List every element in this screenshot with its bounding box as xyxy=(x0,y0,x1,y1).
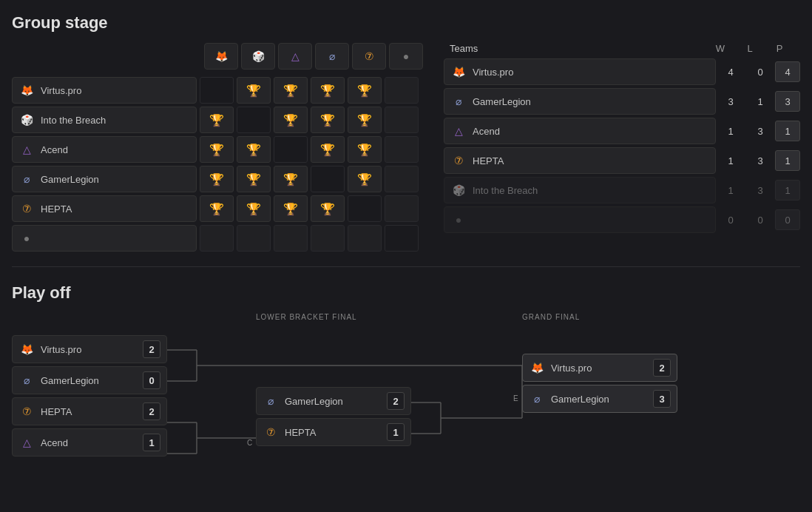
match-row: △ Acend 🏆🏆🏆🏆 xyxy=(12,136,426,163)
hepta-icon: ⑦ xyxy=(352,43,386,70)
bracket-score: 3 xyxy=(653,390,671,408)
standings-name-box-virtus.pro: 🦊 Virtus.pro xyxy=(444,58,716,85)
match-cell xyxy=(237,225,271,252)
unknown-icon-glyph: ● xyxy=(398,48,414,64)
lower-final-team: ⌀ GamerLegion 2 xyxy=(256,387,411,415)
right-panel: Teams W L P 🦊 Virtus.pro 404 ⌀ GamerLegi… xyxy=(444,43,800,252)
match-cell xyxy=(200,77,234,104)
bracket-score: 2 xyxy=(653,359,671,377)
match-cell: 🏆 xyxy=(200,136,234,163)
p-header: P xyxy=(765,43,794,54)
standings-row: ⑦ HEPTA 131 xyxy=(444,147,800,174)
team-label: GamerLegion xyxy=(41,174,99,185)
standings-name-box-gamerlegion: ⌀ GamerLegion xyxy=(444,88,716,115)
match-cell: 🏆 xyxy=(200,107,234,133)
match-cell xyxy=(274,225,308,252)
standings-row: 🦊 Virtus.pro 404 xyxy=(444,58,800,85)
standings-team-name: HEPTA xyxy=(473,155,504,166)
match-cell: 🏆 xyxy=(348,107,382,133)
top-icons-row: 🦊🎲△⌀⑦● xyxy=(204,43,426,70)
match-cell: 🏆 xyxy=(274,166,308,192)
standings-p: 1 xyxy=(775,180,800,201)
team-name-box-gamerlegion: ⌀ GamerLegion xyxy=(12,166,197,192)
standings-l: 0 xyxy=(745,67,775,78)
label-c: C xyxy=(247,439,252,447)
standings-name-box-acend: △ Acend xyxy=(444,118,716,144)
bracket-team-name: HEPTA xyxy=(41,406,72,417)
bracket-logo: ⌀ xyxy=(263,393,279,409)
round-one-team: 🦊 Virtus.pro 2 xyxy=(12,335,167,363)
match-cell: 🏆 xyxy=(348,166,382,192)
bracket-team-name: HEPTA xyxy=(285,427,316,438)
grand-final-team: 🦊 Virtus.pro 2 xyxy=(522,354,677,382)
match-cell: 🏆 xyxy=(348,77,382,104)
team-logo: ● xyxy=(18,230,35,246)
match-cell: 🏆 xyxy=(274,195,308,222)
match-cell xyxy=(348,225,382,252)
standings-p: 0 xyxy=(775,209,800,230)
standings-name-box-: ● xyxy=(444,206,716,233)
standings-p: 3 xyxy=(775,91,800,112)
l-header: L xyxy=(735,43,765,54)
match-row: ● xyxy=(12,225,426,252)
match-cell: 🏆 xyxy=(274,77,308,104)
hepta-icon-glyph: ⑦ xyxy=(361,48,377,64)
match-cell xyxy=(348,195,382,222)
standings-w: 1 xyxy=(716,185,745,196)
bracket-score: 2 xyxy=(143,340,160,358)
match-cell: 🏆 xyxy=(237,136,271,163)
team-name-box-hepta: ⑦ HEPTA xyxy=(12,195,197,222)
standings-l: 1 xyxy=(745,96,775,107)
standings-row: ● 000 xyxy=(444,206,800,233)
match-cell: 🏆 xyxy=(311,136,345,163)
itb-icon-glyph: 🎲 xyxy=(250,48,266,64)
standings-rows: 🦊 Virtus.pro 404 ⌀ GamerLegion 313 △ Ace… xyxy=(444,58,800,233)
itb-icon: 🎲 xyxy=(241,43,275,70)
standings-logo: △ xyxy=(450,123,467,139)
acend-icon-glyph: △ xyxy=(287,48,303,64)
match-cell: 🏆 xyxy=(237,195,271,222)
bracket-logo: 🦊 xyxy=(529,360,545,376)
team-label: Into the Breach xyxy=(41,115,106,126)
standings-l: 3 xyxy=(745,155,775,166)
standings-w: 1 xyxy=(716,126,745,137)
left-panel: 🦊🎲△⌀⑦● 🦊 Virtus.pro 🏆🏆🏆🏆 🎲 Into the Brea… xyxy=(12,43,426,252)
match-cell: 🏆 xyxy=(311,107,345,133)
round-one-col: 🦊 Virtus.pro 2 ⌀ GamerLegion 0 ⑦ HEPTA 2… xyxy=(12,335,167,457)
standings-logo: 🎲 xyxy=(450,182,467,198)
match-cell xyxy=(311,225,345,252)
match-cell xyxy=(385,136,419,163)
playoff-section: Play off 🦊 Virtus.pro 2 ⌀ GamerLegion 0 … xyxy=(0,273,812,485)
standings-w: 3 xyxy=(716,96,745,107)
group-stage-section: Group stage 🦊🎲△⌀⑦● 🦊 Virtus.pro 🏆🏆🏆🏆 🎲 I… xyxy=(0,0,812,260)
team-label: Virtus.pro xyxy=(41,85,81,96)
standings-team-col-header: Teams xyxy=(450,43,706,54)
lower-final-team: ⑦ HEPTA 1 xyxy=(256,418,411,446)
standings-logo: 🦊 xyxy=(450,64,467,80)
standings-p: 1 xyxy=(775,121,800,141)
match-row: 🦊 Virtus.pro 🏆🏆🏆🏆 xyxy=(12,77,426,104)
standings-logo: ⌀ xyxy=(450,93,467,110)
standings-l: 3 xyxy=(745,126,775,137)
w-header: W xyxy=(706,43,735,54)
match-cell: 🏆 xyxy=(311,77,345,104)
standings-l: 3 xyxy=(745,185,775,196)
unknown-icon: ● xyxy=(389,43,423,70)
standings-name-box-hepta: ⑦ HEPTA xyxy=(444,147,716,174)
match-cell xyxy=(385,225,419,252)
lower-bracket-label: LOWER BRACKET FINAL xyxy=(256,313,357,321)
round-one-team: ⑦ HEPTA 2 xyxy=(12,397,167,425)
acend-icon: △ xyxy=(278,43,312,70)
match-grid: 🦊 Virtus.pro 🏆🏆🏆🏆 🎲 Into the Breach 🏆🏆🏆🏆… xyxy=(12,77,426,252)
match-cell: 🏆 xyxy=(200,195,234,222)
standings-header: Teams W L P xyxy=(444,43,800,54)
team-logo: ⑦ xyxy=(18,201,35,217)
match-cell: 🏆 xyxy=(348,136,382,163)
gl-icon: ⌀ xyxy=(315,43,349,70)
match-cell xyxy=(200,225,234,252)
bracket-team-name: GamerLegion xyxy=(551,394,609,405)
match-row: ⌀ GamerLegion 🏆🏆🏆🏆 xyxy=(12,166,426,192)
bracket-team-name: GamerLegion xyxy=(285,396,343,407)
match-cell xyxy=(274,136,308,163)
bracket-score: 2 xyxy=(387,392,405,410)
